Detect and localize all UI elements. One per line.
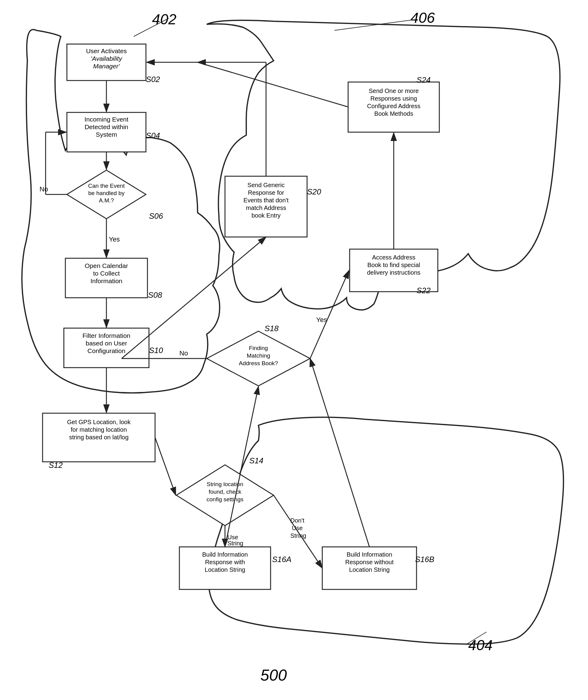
svg-text:book Entry: book Entry (251, 212, 280, 219)
svg-text:for matching location: for matching location (71, 426, 127, 433)
svg-text:Send Generic: Send Generic (247, 182, 284, 188)
svg-text:S24: S24 (417, 75, 431, 84)
svg-text:Matching: Matching (246, 352, 270, 359)
svg-text:Get GPS Location, look: Get GPS Location, look (67, 419, 131, 425)
svg-text:Response without: Response without (346, 559, 394, 565)
svg-text:User Activates: User Activates (86, 47, 127, 54)
svg-text:Book Methods: Book Methods (374, 110, 413, 117)
svg-text:S14: S14 (249, 456, 263, 465)
svg-text:Information: Information (90, 277, 122, 284)
svg-text:Yes: Yes (109, 235, 120, 243)
svg-text:string based on lat/log: string based on lat/log (69, 434, 129, 441)
svg-text:Location String: Location String (204, 566, 245, 573)
svg-text:Response for: Response for (248, 189, 284, 196)
svg-text:Address Book?: Address Book? (239, 360, 278, 366)
svg-text:based on User: based on User (86, 340, 127, 347)
svg-text:S18: S18 (264, 324, 279, 333)
svg-text:config settings: config settings (206, 496, 243, 503)
svg-text:'Availability: 'Availability (91, 55, 122, 62)
svg-text:Filter Information: Filter Information (82, 332, 130, 339)
svg-text:Send One or more: Send One or more (369, 87, 419, 94)
svg-text:Location String: Location String (349, 566, 390, 573)
svg-text:Detected within: Detected within (84, 123, 128, 130)
svg-text:Events that don't: Events that don't (243, 197, 289, 204)
svg-text:S16B: S16B (415, 555, 435, 564)
svg-text:S06: S06 (149, 211, 163, 221)
svg-text:A.M.?: A.M.? (99, 197, 114, 204)
svg-text:S22: S22 (417, 286, 431, 295)
svg-text:Book to find special: Book to find special (367, 262, 420, 268)
svg-text:S02: S02 (146, 75, 160, 84)
svg-text:to Collect: to Collect (93, 270, 120, 277)
svg-text:Build Information: Build Information (202, 551, 248, 558)
svg-text:Yes: Yes (316, 316, 327, 324)
svg-text:Use: Use (227, 534, 238, 540)
svg-text:Response with: Response with (205, 559, 245, 565)
ref-406: 406 (411, 10, 435, 26)
svg-text:Finding: Finding (249, 345, 268, 351)
svg-text:Incoming Event: Incoming Event (84, 116, 129, 123)
svg-text:delivery instructions: delivery instructions (367, 269, 421, 276)
svg-text:No: No (40, 185, 48, 193)
svg-text:match Address: match Address (246, 204, 286, 211)
svg-text:Configured Address: Configured Address (367, 103, 421, 109)
svg-text:S08: S08 (148, 290, 162, 300)
svg-text:S04: S04 (146, 131, 160, 140)
svg-text:Configuration: Configuration (88, 347, 125, 354)
svg-text:String: String (227, 540, 243, 547)
svg-text:Manager': Manager' (93, 63, 120, 70)
svg-text:Open Calendar: Open Calendar (85, 262, 128, 269)
svg-text:be handled by: be handled by (88, 190, 125, 196)
svg-text:Build Information: Build Information (347, 551, 392, 558)
diagram-container: User Activates 'Availability Manager' S0… (0, 0, 588, 700)
svg-text:S16A: S16A (272, 555, 291, 564)
svg-text:String: String (290, 532, 306, 539)
svg-text:No: No (179, 349, 188, 357)
svg-text:S10: S10 (149, 346, 163, 355)
svg-text:S20: S20 (307, 187, 322, 196)
svg-text:System: System (96, 131, 117, 138)
diagram-number-500: 500 (260, 666, 287, 684)
svg-text:Can the Event: Can the Event (88, 183, 125, 189)
svg-text:Don't: Don't (290, 517, 305, 524)
svg-text:Responses using: Responses using (370, 95, 417, 102)
svg-text:Use: Use (292, 525, 303, 531)
svg-text:S12: S12 (49, 461, 63, 470)
ref-404: 404 (468, 637, 493, 653)
svg-text:Access Address: Access Address (372, 254, 415, 261)
